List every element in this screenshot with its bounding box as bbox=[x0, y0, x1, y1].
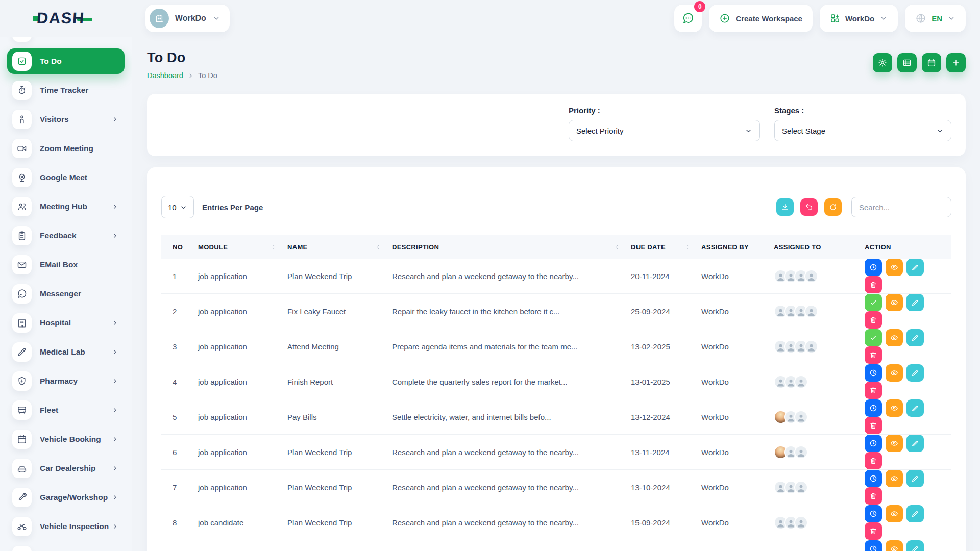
complete-action-button[interactable] bbox=[865, 294, 882, 311]
edit-action-button[interactable] bbox=[906, 505, 924, 522]
complete-action-button[interactable] bbox=[865, 329, 882, 346]
column-header-name[interactable]: NAME bbox=[282, 235, 387, 259]
time-action-button[interactable] bbox=[865, 259, 882, 276]
view-action-button[interactable] bbox=[886, 259, 903, 276]
edit-action-button[interactable] bbox=[906, 329, 924, 346]
sidebar-item-label: EMail Box bbox=[40, 260, 78, 269]
create-workspace-button[interactable]: Create Workspace bbox=[709, 5, 813, 32]
chevron-right-icon bbox=[111, 319, 118, 327]
sidebar-item-hospital[interactable]: Hospital bbox=[7, 310, 125, 336]
table-row: 7job applicationPlan Weekend TripResearc… bbox=[161, 470, 951, 505]
pencil-icon bbox=[911, 474, 919, 483]
assignee-avatar bbox=[794, 375, 808, 389]
sidebar-item-google-meet[interactable]: Google Meet bbox=[7, 165, 125, 190]
view-action-button[interactable] bbox=[886, 399, 903, 417]
pencil-icon bbox=[911, 545, 919, 551]
motorcycle-icon bbox=[12, 517, 32, 536]
sidebar-item-vehicle-inspection[interactable]: Vehicle Inspection bbox=[7, 514, 125, 539]
row-actions bbox=[860, 470, 951, 505]
add-todo-button[interactable] bbox=[946, 53, 966, 72]
sidebar-item-vehicle-booking[interactable]: Vehicle Booking bbox=[7, 427, 125, 452]
grid-view-button[interactable] bbox=[897, 53, 917, 72]
sidebar-item-visitors[interactable]: Visitors bbox=[7, 107, 125, 132]
messages-button[interactable]: 0 bbox=[674, 5, 702, 32]
stage-select[interactable]: Select Stage bbox=[774, 120, 951, 141]
delete-action-button[interactable] bbox=[865, 522, 882, 540]
time-action-button[interactable] bbox=[865, 435, 882, 452]
time-action-button[interactable] bbox=[865, 505, 882, 522]
priority-select[interactable]: Select Priority bbox=[569, 120, 760, 141]
priority-select-value: Select Priority bbox=[576, 127, 624, 135]
sidebar-item-fleet[interactable]: Fleet bbox=[7, 397, 125, 423]
column-label: ACTION bbox=[865, 243, 891, 251]
row-assigned-by: WorkDo bbox=[696, 505, 769, 540]
breadcrumb-dashboard-link[interactable]: Dashboard bbox=[147, 71, 183, 80]
sidebar-item-garage-workshop[interactable]: Garage/Workshop bbox=[7, 485, 125, 510]
sort-icon bbox=[375, 244, 382, 251]
reset-button[interactable] bbox=[800, 198, 818, 216]
delete-action-button[interactable] bbox=[865, 276, 882, 293]
delete-action-button[interactable] bbox=[865, 417, 882, 434]
view-action-button[interactable] bbox=[886, 294, 903, 311]
sidebar-item-machine-repair[interactable]: Machine Repair bbox=[7, 543, 125, 551]
chevron-down-icon bbox=[180, 204, 187, 211]
edit-action-button[interactable] bbox=[906, 294, 924, 311]
person-icon bbox=[12, 110, 32, 129]
view-action-button[interactable] bbox=[886, 505, 903, 522]
edit-action-button[interactable] bbox=[906, 364, 924, 382]
sidebar-menu: To DoTime TrackerVisitorsZoom MeetingGoo… bbox=[7, 48, 125, 551]
sidebar-item-pharmacy[interactable]: Pharmacy bbox=[7, 368, 125, 394]
search-input[interactable] bbox=[851, 197, 951, 217]
delete-action-button[interactable] bbox=[865, 382, 882, 399]
sidebar-item-time-tracker[interactable]: Time Tracker bbox=[7, 78, 125, 103]
eye-icon bbox=[890, 263, 898, 271]
time-action-button[interactable] bbox=[865, 364, 882, 382]
column-header-description[interactable]: DESCRIPTION bbox=[387, 235, 626, 259]
edit-action-button[interactable] bbox=[906, 470, 924, 487]
calendar-view-button[interactable] bbox=[922, 53, 941, 72]
export-button[interactable] bbox=[776, 198, 794, 216]
sidebar-item-email-box[interactable]: EMail Box bbox=[7, 252, 125, 278]
row-name: Attend Meeting bbox=[282, 329, 387, 364]
dash-logo[interactable]: DASH bbox=[33, 9, 92, 28]
language-label: EN bbox=[932, 14, 942, 23]
delete-action-button[interactable] bbox=[865, 487, 882, 505]
table-row: 8job candidatePlan Weekend TripResearch … bbox=[161, 505, 951, 540]
sidebar-item-messenger[interactable]: Messenger bbox=[7, 281, 125, 307]
row-name: Plan Weekend Trip bbox=[282, 259, 387, 294]
column-header-module[interactable]: MODULE bbox=[193, 235, 282, 259]
delete-action-button[interactable] bbox=[865, 346, 882, 364]
time-action-button[interactable] bbox=[865, 540, 882, 551]
view-action-button[interactable] bbox=[886, 435, 903, 452]
refresh-button[interactable] bbox=[824, 198, 842, 216]
chevron-down-icon bbox=[879, 14, 888, 22]
workspace-switcher[interactable]: WorkDo bbox=[145, 5, 230, 32]
table-controls-right bbox=[776, 197, 951, 217]
view-action-button[interactable] bbox=[886, 540, 903, 551]
sidebar-item-to-do[interactable]: To Do bbox=[7, 48, 125, 74]
view-action-button[interactable] bbox=[886, 329, 903, 346]
edit-action-button[interactable] bbox=[906, 435, 924, 452]
edit-action-button[interactable] bbox=[906, 540, 924, 551]
sidebar-item-medical-lab[interactable]: Medical Lab bbox=[7, 339, 125, 365]
workdo-menu-button[interactable]: WorkDo bbox=[820, 5, 898, 32]
edit-action-button[interactable] bbox=[906, 399, 924, 417]
entries-per-page-select[interactable]: 10 bbox=[161, 196, 194, 218]
time-action-button[interactable] bbox=[865, 399, 882, 417]
row-assigned-to bbox=[769, 329, 860, 364]
assignee-avatar bbox=[794, 481, 808, 494]
sidebar-item-feedback[interactable]: Feedback bbox=[7, 223, 125, 248]
delete-action-button[interactable] bbox=[865, 452, 882, 469]
time-action-button[interactable] bbox=[865, 470, 882, 487]
language-button[interactable]: EN bbox=[905, 5, 966, 32]
view-action-button[interactable] bbox=[886, 364, 903, 382]
view-action-button[interactable] bbox=[886, 470, 903, 487]
settings-button[interactable] bbox=[873, 53, 892, 72]
sidebar-item-meeting-hub[interactable]: Meeting Hub bbox=[7, 194, 125, 219]
sidebar-item-zoom-meeting[interactable]: Zoom Meeting bbox=[7, 136, 125, 161]
sidebar-item-car-dealership[interactable]: Car Dealership bbox=[7, 456, 125, 481]
clock-icon bbox=[869, 510, 877, 518]
edit-action-button[interactable] bbox=[906, 259, 924, 276]
delete-action-button[interactable] bbox=[865, 311, 882, 329]
column-header-due-date[interactable]: DUE DATE bbox=[626, 235, 696, 259]
